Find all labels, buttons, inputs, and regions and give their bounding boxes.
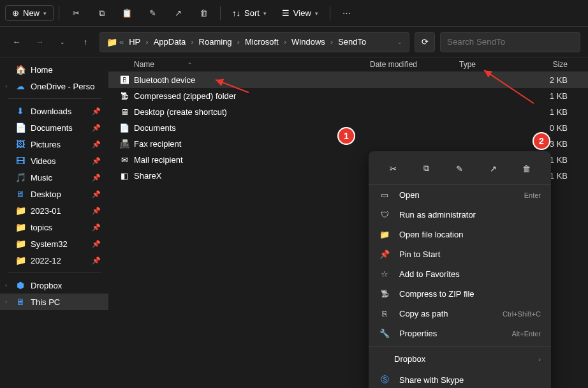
- sidebar-item[interactable]: 📁2022-12📌: [0, 252, 108, 269]
- sidebar-item[interactable]: ⬇Downloads📌: [0, 103, 108, 119]
- paste-icon[interactable]: 📋: [115, 4, 138, 23]
- sidebar-item[interactable]: 📁System32📌: [0, 235, 108, 252]
- file-name: Fax recipient: [131, 139, 529, 149]
- refresh-button[interactable]: ⟳: [415, 32, 435, 52]
- cut-icon[interactable]: ✂: [382, 159, 404, 178]
- file-size: 1 KB: [529, 107, 568, 117]
- share-icon[interactable]: ↗: [166, 4, 189, 23]
- breadcrumb[interactable]: 📁 « HP › AppData › Roaming › Microsoft ›…: [99, 32, 409, 52]
- sidebar-onedrive[interactable]: › ☁ OneDrive - Perso: [0, 78, 108, 94]
- more-icon[interactable]: ⋯: [335, 4, 358, 23]
- pin-icon: 📌: [92, 157, 101, 165]
- sidebar-item[interactable]: 🎵Music📌: [0, 169, 108, 186]
- crumb[interactable]: Roaming: [196, 36, 235, 48]
- separator: [330, 6, 330, 20]
- file-row[interactable]: 🅱Bluetooth device2 KB: [108, 72, 588, 88]
- sidebar-label: System32: [31, 239, 68, 249]
- crumb[interactable]: Windows: [289, 36, 328, 48]
- view-button[interactable]: ☰ View ▾: [276, 4, 325, 23]
- file-row[interactable]: 🖥Desktop (create shortcut)1 KB: [108, 104, 588, 120]
- folder-icon: 📁: [15, 239, 26, 249]
- file-size: 2 KB: [529, 75, 568, 85]
- file-name: Bluetooth device: [131, 75, 529, 85]
- col-size[interactable]: Size: [529, 60, 568, 69]
- chevron-right-icon[interactable]: ›: [5, 282, 7, 288]
- new-button[interactable]: ⊕ New ▾: [5, 5, 54, 21]
- sort-button[interactable]: ↑↓ Sort ▾: [226, 4, 273, 23]
- pin-icon: 📌: [92, 257, 101, 265]
- cloud-icon: ☁: [15, 81, 26, 91]
- cm-compress[interactable]: 🗜 Compress to ZIP file: [369, 284, 551, 304]
- pin-icon: 📌: [92, 107, 101, 116]
- bt-icon: 🅱: [117, 75, 131, 85]
- pin-icon: 📌: [92, 240, 101, 248]
- cm-skype[interactable]: Ⓢ Share with Skype: [369, 369, 551, 388]
- chevron-right-icon: ›: [191, 37, 193, 47]
- chevron-right-icon[interactable]: ›: [5, 83, 7, 89]
- cm-openloc[interactable]: 📁 Open file location: [369, 225, 551, 244]
- folder-icon: 📁: [107, 37, 117, 47]
- col-date[interactable]: Date modified: [370, 60, 459, 69]
- cm-pinstart[interactable]: 📌 Pin to Start: [369, 244, 551, 264]
- sidebar-home[interactable]: 🏠 Home: [0, 61, 108, 78]
- back-button[interactable]: ←: [8, 33, 26, 51]
- mail-icon: ✉: [117, 155, 131, 165]
- sidebar-dropbox[interactable]: › ⬢ Dropbox: [0, 277, 108, 294]
- separator: [220, 6, 221, 20]
- sidebar-item[interactable]: 🖥Desktop📌: [0, 186, 108, 202]
- pin-icon: 📌: [92, 174, 101, 182]
- copy-icon[interactable]: ⧉: [90, 4, 113, 23]
- file-row[interactable]: 🗜Compressed (zipped) folder1 KB: [108, 88, 588, 104]
- chevron-right-icon: ›: [284, 37, 286, 47]
- up-button[interactable]: ↑: [77, 33, 94, 51]
- crumb[interactable]: Microsoft: [242, 36, 281, 48]
- sidebar-label: 2022-12: [31, 256, 61, 265]
- col-name[interactable]: Name ⌃: [134, 60, 370, 69]
- cm-copypath[interactable]: ⎘ Copy as path Ctrl+Shift+C: [369, 304, 551, 324]
- chevron-right-icon: ›: [330, 37, 333, 47]
- file-name: Desktop (create shortcut): [131, 107, 529, 117]
- cut-icon[interactable]: ✂: [64, 4, 87, 23]
- sidebar-item[interactable]: 📁2023-01📌: [0, 202, 108, 219]
- rename-icon[interactable]: ✎: [141, 4, 164, 23]
- chevron-down-icon: ▾: [315, 10, 318, 17]
- forward-button[interactable]: →: [31, 33, 48, 51]
- col-type[interactable]: Type: [459, 60, 529, 69]
- search-input[interactable]: [440, 32, 580, 52]
- desktop-icon: 🖥: [117, 107, 131, 117]
- sidebar-item[interactable]: 🖼Pictures📌: [0, 136, 108, 153]
- delete-icon[interactable]: 🗑: [192, 4, 215, 23]
- sidebar-label: Pictures: [31, 140, 61, 149]
- sidebar-item[interactable]: 🎞Videos📌: [0, 153, 108, 169]
- folder-icon: 📁: [15, 222, 26, 232]
- cm-runadmin[interactable]: 🛡 Run as administrator: [369, 205, 551, 225]
- chevron-right-icon[interactable]: ›: [5, 299, 7, 305]
- crumb[interactable]: SendTo: [335, 36, 369, 48]
- crumb[interactable]: AppData: [151, 36, 189, 48]
- cm-open[interactable]: ▭ Open Enter: [369, 185, 551, 205]
- overflow-icon[interactable]: «: [119, 37, 124, 47]
- cm-dropbox[interactable]: Dropbox ›: [369, 349, 551, 369]
- sidebar-item[interactable]: 📁topics📌: [0, 219, 108, 235]
- crumb[interactable]: HP: [126, 36, 143, 48]
- sidebar-label: This PC: [31, 297, 60, 307]
- separator: [8, 98, 101, 99]
- sidebar-thispc[interactable]: › 🖥 This PC: [0, 294, 108, 310]
- skype-icon: Ⓢ: [379, 374, 390, 385]
- sidebar-label: Desktop: [31, 190, 61, 199]
- copy-icon[interactable]: ⧉: [416, 159, 437, 178]
- cm-properties[interactable]: 🔧 Properties Alt+Enter: [369, 324, 551, 343]
- recent-button[interactable]: ⌄: [54, 33, 71, 51]
- delete-icon[interactable]: 🗑: [516, 159, 538, 178]
- content: 🏠 Home › ☁ OneDrive - Perso ⬇Downloads📌📄…: [0, 57, 588, 388]
- annotation-badge-1: 1: [337, 127, 355, 145]
- chevron-down-icon[interactable]: ⌄: [397, 39, 402, 45]
- share-icon[interactable]: ↗: [482, 159, 504, 178]
- fax-icon: 📠: [117, 139, 131, 149]
- cm-addfav[interactable]: ☆ Add to Favorites: [369, 264, 551, 284]
- file-size: 0 KB: [529, 123, 568, 133]
- rename-icon[interactable]: ✎: [449, 159, 471, 178]
- pin-icon: 📌: [92, 223, 101, 232]
- doc-icon: 📄: [15, 123, 26, 133]
- sidebar-item[interactable]: 📄Documents📌: [0, 119, 108, 136]
